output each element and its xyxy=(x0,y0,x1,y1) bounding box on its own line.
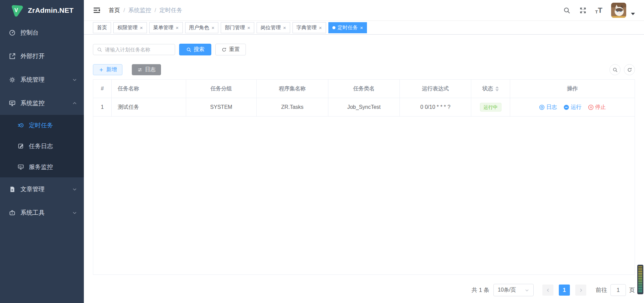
tab-home[interactable]: 首页 xyxy=(93,22,111,33)
app-title: ZrAdmin.NET xyxy=(28,6,73,14)
sidebar-item-label: 定时任务 xyxy=(29,121,53,129)
prev-page-button[interactable] xyxy=(542,285,553,296)
toolbox-icon xyxy=(9,209,16,216)
plus-icon xyxy=(99,67,104,73)
breadcrumb-separator: / xyxy=(155,7,156,14)
breadcrumb-scheduled-tasks: 定时任务 xyxy=(159,6,182,14)
page-size-select[interactable]: 10条/页 xyxy=(493,284,534,296)
tasks-table: # 任务名称 任务分组 程序集名称 任务类名 运行表达式 状态 操作 1 测试任… xyxy=(93,79,635,275)
external-link-icon xyxy=(9,53,16,60)
status-badge: 运行中 xyxy=(480,103,501,112)
avatar[interactable] xyxy=(611,3,626,18)
tab-label: 字典管理 xyxy=(297,25,317,31)
app-logo[interactable]: V ZrAdmin.NET xyxy=(0,0,84,21)
tab-user-role[interactable]: 用户角色× xyxy=(185,22,219,33)
cell-index: 1 xyxy=(93,98,112,116)
sidebar-item-system-tools[interactable]: 系统工具 xyxy=(0,201,84,224)
tab-scheduled-tasks[interactable]: 定时任务× xyxy=(328,22,367,33)
table-row: 1 测试任务 SYSTEM ZR.Tasks Job_SyncTest 0 0/… xyxy=(93,98,635,117)
table-tools xyxy=(609,64,635,75)
sidebar-menu: 控制台 外部打开 系统管理 系统监控 xyxy=(0,21,84,224)
fullscreen-icon[interactable] xyxy=(579,7,587,14)
column-header-status-label: 状态 xyxy=(482,85,493,92)
breadcrumb-home[interactable]: 首页 xyxy=(109,6,120,14)
monitor-icon xyxy=(9,100,16,107)
table-toolbar: 新增 日志 xyxy=(93,64,635,75)
search-button[interactable]: 搜索 xyxy=(179,44,211,55)
close-icon[interactable]: × xyxy=(360,25,363,30)
row-action-stop[interactable]: 停止 xyxy=(588,104,606,111)
close-icon[interactable]: × xyxy=(319,25,322,30)
tab-post-manage[interactable]: 岗位管理× xyxy=(257,22,290,33)
tab-permission-manage[interactable]: 权限管理× xyxy=(113,22,147,33)
gear-icon xyxy=(9,76,16,83)
column-header-task-group: 任务分组 xyxy=(186,80,257,98)
action-label: 日志 xyxy=(546,104,557,111)
close-icon[interactable]: × xyxy=(247,25,250,30)
sidebar-item-article-manage[interactable]: 文章管理 xyxy=(0,177,84,201)
run-icon xyxy=(564,104,569,110)
page-number-1[interactable]: 1 xyxy=(559,285,570,296)
search-icon[interactable] xyxy=(563,7,571,14)
meter-bars xyxy=(638,266,642,293)
chevron-down-icon xyxy=(72,210,77,215)
column-header-status: 状态 xyxy=(471,80,510,98)
add-button[interactable]: 新增 xyxy=(93,64,122,75)
dashboard-icon xyxy=(9,29,16,36)
task-name-field[interactable] xyxy=(93,44,175,55)
chevron-left-icon xyxy=(546,288,550,293)
close-icon[interactable]: × xyxy=(176,25,179,30)
cell-task-name: 测试任务 xyxy=(112,98,186,116)
close-icon[interactable]: × xyxy=(283,25,286,30)
tab-dict-manage[interactable]: 字典管理× xyxy=(292,22,326,33)
sidebar-item-service-monitor[interactable]: 服务监控 xyxy=(0,157,84,177)
sidebar-item-external[interactable]: 外部打开 xyxy=(0,44,84,68)
sidebar-item-scheduled-tasks[interactable]: 定时任务 xyxy=(0,115,84,136)
tab-label: 部门管理 xyxy=(225,25,245,31)
table-header-row: # 任务名称 任务分组 程序集名称 任务类名 运行表达式 状态 操作 xyxy=(93,80,635,98)
view-log-icon xyxy=(539,104,545,110)
main-area: 首页 / 系统监控 / 定时任务 TT xyxy=(84,0,644,303)
close-icon[interactable]: × xyxy=(212,25,215,30)
reset-button-label: 重置 xyxy=(229,46,240,53)
row-action-log[interactable]: 日志 xyxy=(539,104,557,111)
show-search-button[interactable] xyxy=(609,64,621,75)
font-size-icon[interactable]: TT xyxy=(595,7,602,14)
sidebar-item-task-log[interactable]: 任务日志 xyxy=(0,136,84,157)
cell-actions: 日志 运行 停止 xyxy=(510,98,635,116)
sidebar-item-system-manage[interactable]: 系统管理 xyxy=(0,68,84,91)
topbar-actions: TT xyxy=(563,3,635,18)
sidebar: V ZrAdmin.NET 控制台 外部打开 系统管理 xyxy=(0,0,84,303)
tab-department-manage[interactable]: 部门管理× xyxy=(221,22,254,33)
goto-page-input[interactable] xyxy=(610,284,626,296)
sidebar-item-label: 控制台 xyxy=(20,29,77,37)
row-action-run[interactable]: 运行 xyxy=(564,104,582,111)
close-icon[interactable]: × xyxy=(140,25,143,30)
sidebar-item-dashboard[interactable]: 控制台 xyxy=(0,21,84,44)
cell-task-group: SYSTEM xyxy=(186,98,257,116)
refresh-icon xyxy=(221,47,227,52)
avatar-caret-down-icon[interactable] xyxy=(631,13,635,15)
audio-meter-widget[interactable] xyxy=(637,265,643,294)
article-icon xyxy=(9,186,16,193)
sidebar-item-system-monitor[interactable]: 系统监控 xyxy=(0,91,84,115)
chevron-down-icon xyxy=(525,288,529,293)
collapse-sidebar-icon[interactable] xyxy=(93,6,101,14)
pagination: 共 1 条 10条/页 1 前往 页 xyxy=(472,284,635,296)
goto-page: 前往 页 xyxy=(596,284,635,296)
logo-icon: V xyxy=(10,4,23,17)
task-name-input[interactable] xyxy=(105,47,171,52)
search-icon xyxy=(186,47,192,52)
log-button-label: 日志 xyxy=(145,66,156,73)
pager: 1 xyxy=(542,285,586,296)
add-button-label: 新增 xyxy=(106,66,117,73)
reset-button[interactable]: 重置 xyxy=(215,44,246,55)
sort-carets[interactable] xyxy=(495,86,499,91)
column-header-assembly: 程序集名称 xyxy=(257,80,328,98)
log-button[interactable]: 日志 xyxy=(132,64,161,75)
chevron-up-icon xyxy=(72,101,77,106)
refresh-table-button[interactable] xyxy=(624,64,635,75)
tab-menu-manage[interactable]: 菜单管理× xyxy=(149,22,183,33)
next-page-button[interactable] xyxy=(575,285,586,296)
stop-icon xyxy=(588,104,594,110)
